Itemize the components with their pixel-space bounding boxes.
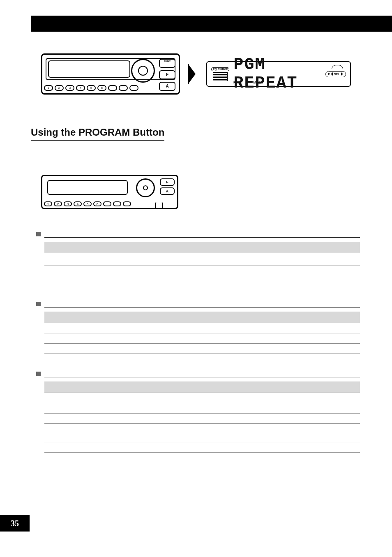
side-btn-f-small: F — [160, 178, 175, 186]
preset-2-s: 2 — [54, 201, 62, 206]
preset-b3-s — [123, 201, 131, 206]
bullet-icon — [36, 232, 41, 236]
arrow-right-icon — [187, 62, 199, 86]
device-lcd — [48, 60, 130, 78]
table-headline-3 — [44, 371, 360, 377]
table-rule — [44, 266, 360, 266]
table-rule — [44, 333, 360, 333]
preset-2: 2 — [55, 85, 64, 91]
func-label: FUNC — [233, 81, 242, 84]
header-bar — [31, 16, 392, 32]
table-section-2 — [44, 301, 360, 354]
tri-left-icon — [331, 72, 333, 76]
preset-4: 4 — [76, 85, 85, 91]
table-rule — [44, 403, 360, 403]
preset-blank-2 — [119, 85, 128, 91]
table-header-row — [44, 312, 360, 323]
diagram-row: FUNC F A 1 2 3 4 5 6 EQ CURVE PGM REPEAT… — [41, 53, 351, 95]
eq-curve-label: EQ CURVE — [211, 67, 229, 71]
preset-4-s: 4 — [74, 201, 82, 206]
table-headline-1 — [44, 231, 360, 238]
table-rule — [44, 285, 360, 285]
device-lcd-small — [47, 180, 128, 195]
preset-5-s: 5 — [83, 201, 92, 206]
table-section-3 — [44, 371, 360, 453]
table-header-row — [44, 381, 360, 393]
preset-b2-s — [113, 201, 121, 206]
table-headline-2 — [44, 301, 360, 307]
rotary-dial-small-icon — [136, 178, 155, 197]
side-btn-func-label: FUNC — [159, 59, 175, 68]
lcd-sub-row: FUNC MODE — [233, 81, 263, 84]
preset-blank-1 — [108, 85, 117, 91]
eq-bars-icon — [213, 72, 228, 81]
table-rule — [44, 442, 360, 442]
sel-chip: F SEL — [325, 71, 346, 77]
preset-1: 1 — [44, 85, 53, 91]
lcd-closeup: EQ CURVE PGM REPEAT F SEL FUNC MODE — [206, 61, 351, 87]
bullet-icon — [36, 302, 41, 306]
device-illustration-small: F A 1 2 3 4 5 6 — [41, 175, 178, 209]
mode-label: MODE — [253, 81, 263, 84]
pgm-button-callout-icon — [155, 202, 163, 209]
rotary-dial-icon — [131, 59, 155, 83]
side-btn-a-small: A — [160, 187, 175, 195]
preset-5: 5 — [87, 85, 96, 91]
device-illustration-large: FUNC F A 1 2 3 4 5 6 — [41, 53, 180, 95]
preset-blank-3 — [129, 85, 138, 91]
page-number: 35 — [0, 515, 30, 532]
section-heading: Using the PROGRAM Button — [31, 127, 164, 141]
sel-mid: SEL — [334, 72, 340, 76]
table-rule — [44, 354, 360, 354]
preset-3: 3 — [65, 85, 74, 91]
preset-1-s: 1 — [44, 201, 52, 206]
table-section-1 — [44, 231, 360, 285]
table-rule — [44, 423, 360, 424]
side-button-stack-small: F A — [160, 178, 175, 196]
preset-6: 6 — [97, 85, 106, 91]
side-btn-f: F — [159, 70, 175, 79]
sel-left: F — [328, 72, 330, 76]
preset-3-s: 3 — [64, 201, 72, 206]
preset-b1-s — [103, 201, 111, 206]
preset-button-row: 1 2 3 4 5 6 — [44, 85, 177, 91]
lcd-text: PGM REPEAT — [233, 55, 321, 92]
table-rule — [44, 343, 360, 344]
eq-curve-icon: EQ CURVE — [211, 67, 229, 81]
table-rule — [44, 413, 360, 414]
table-rule — [44, 452, 360, 453]
preset-6-s: 6 — [93, 201, 101, 206]
bullet-icon — [36, 372, 41, 376]
table-header-row — [44, 242, 360, 253]
loop-icon — [332, 65, 343, 69]
tri-right-icon — [341, 72, 343, 76]
